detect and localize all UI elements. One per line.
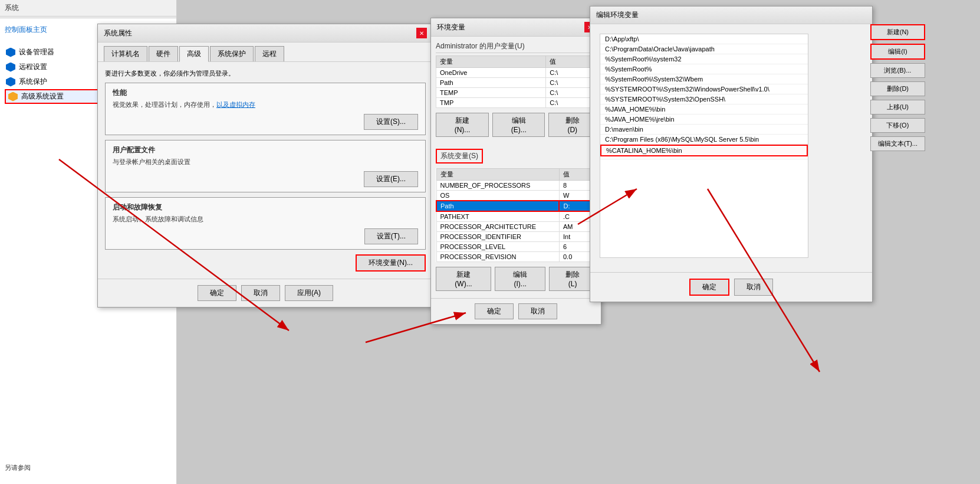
sys-props-ok-button[interactable]: 确定 (198, 285, 236, 301)
table-row[interactable]: OSW (436, 191, 596, 201)
edit-up-button[interactable]: 上移(U) (870, 100, 925, 115)
var-name: PROCESSOR_LEVEL (436, 242, 559, 252)
startup-desc: 系统启动、系统故障和调试信息 (113, 215, 418, 224)
perf-title: 性能 (113, 88, 418, 98)
list-item[interactable]: %JAVA_HOME%\jre\bin (600, 115, 808, 125)
col-name: 变量 (436, 56, 546, 68)
sys-edit-button[interactable]: 编辑(I)... (495, 267, 545, 291)
var-value: C:\ (546, 88, 596, 98)
env-cancel-button[interactable]: 取消 (518, 303, 557, 319)
list-item[interactable]: %SystemRoot% (600, 64, 808, 74)
var-name: PROCESSOR_ARCHITECTURE (436, 222, 559, 232)
user-profile-section: 用户配置文件 与登录帐户相关的桌面设置 设置(E)... (105, 140, 426, 192)
list-item[interactable]: C:\ProgramData\Oracle\Java\javapath (600, 44, 808, 54)
list-item[interactable]: %SYSTEMROOT%\System32\WindowsPowerShell\… (600, 84, 808, 94)
table-row[interactable]: PROCESSOR_REVISION0.0 (436, 252, 596, 262)
sys-vars-title: 系统变量(S) (436, 149, 483, 163)
sidebar-label: 高级系统设置 (21, 91, 64, 102)
edit-env-title: 编辑环境变量 (596, 10, 639, 20)
shield-icon (6, 77, 15, 87)
table-row[interactable]: OneDriveC:\ (436, 68, 596, 78)
edit-ok-button[interactable]: 确定 (689, 279, 729, 296)
startup-title: 启动和故障恢复 (113, 202, 418, 212)
system-properties-dialog: 系统属性 ✕ 计算机名 硬件 高级 系统保护 远程 要进行大多数更改，你必须作为… (97, 24, 433, 308)
list-item[interactable]: D:\App\xftp\ (600, 34, 808, 44)
var-name: OS (436, 191, 559, 201)
table-row[interactable]: TMPC:\ (436, 98, 596, 108)
list-item[interactable] (600, 156, 808, 159)
sidebar-label: 设备管理器 (19, 47, 54, 57)
user-delete-button[interactable]: 删除(D) (548, 113, 596, 137)
edit-right-buttons: 新建(N) 编辑(I) 浏览(B)... 删除(D) 上移(U) 下移(O) 编… (870, 24, 925, 151)
edit-env-body: D:\App\xftp\ C:\ProgramData\Oracle\Java\… (590, 24, 872, 267)
table-row[interactable]: PROCESSOR_LEVEL6 (436, 242, 596, 252)
shield-icon (6, 48, 15, 57)
also-see-label: 另请参阅 (5, 464, 31, 471)
sys-props-tabs: 计算机名 硬件 高级 系统保护 远程 (98, 42, 433, 61)
performance-section: 性能 视觉效果，处理器计划，内存使用，以及虚拟内存 设置(S)... (105, 83, 426, 135)
edit-new-button[interactable]: 新建(N) (870, 24, 925, 40)
edit-browse-button[interactable]: 浏览(B)... (870, 63, 925, 78)
sys-props-footer: 确定 取消 应用(A) (98, 279, 433, 307)
var-name: TEMP (436, 88, 546, 98)
var-name: PROCESSOR_REVISION (436, 252, 559, 262)
edit-cancel-button[interactable]: 取消 (734, 279, 773, 296)
system-footer: 另请参阅 (5, 463, 31, 472)
env-ok-button[interactable]: 确定 (475, 303, 514, 319)
table-row[interactable]: PROCESSOR_IDENTIFIERInt (436, 232, 596, 242)
list-item[interactable]: %JAVA_HOME%\bin (600, 104, 808, 115)
col-name: 变量 (436, 169, 559, 181)
perf-desc: 视觉效果，处理器计划，内存使用，以及虚拟内存 (113, 100, 418, 109)
var-name: PATHEXT (436, 211, 559, 222)
col-value: 值 (546, 56, 596, 68)
edit-down-button[interactable]: 下移(O) (870, 118, 925, 133)
perf-settings-button[interactable]: 设置(S)... (364, 114, 418, 130)
tab-remote[interactable]: 远程 (255, 46, 284, 61)
list-item[interactable]: D:\maven\bin (600, 125, 808, 135)
startup-settings-button[interactable]: 设置(T)... (364, 228, 418, 244)
table-row[interactable]: PATHEXT.C (436, 211, 596, 222)
user-profile-settings-button[interactable]: 设置(E)... (364, 171, 418, 187)
sys-props-apply-button[interactable]: 应用(A) (285, 285, 333, 301)
warning-text: 要进行大多数更改，你必须作为管理员登录。 (105, 69, 426, 78)
tab-advanced[interactable]: 高级 (179, 46, 209, 62)
table-row-path[interactable]: Path D: (436, 201, 596, 211)
sys-new-button[interactable]: 新建(W)... (436, 267, 491, 291)
table-row[interactable]: TEMPC:\ (436, 88, 596, 98)
shield-icon (6, 63, 15, 72)
user-new-button[interactable]: 新建(N)... (436, 113, 489, 137)
env-vars-footer: 确定 取消 (431, 298, 601, 324)
edit-text-button[interactable]: 编辑文本(T)... (870, 136, 925, 151)
sys-props-title: 系统属性 (104, 28, 132, 38)
env-vars-button[interactable]: 环境变量(N)... (356, 254, 426, 272)
user-vars-section: Administrator 的用户变量(U) 变量 值 OneDriveC:\ … (431, 37, 601, 144)
var-value: C:\ (546, 98, 596, 108)
list-item-catalina[interactable]: %CATALINA_HOME%\bin (600, 145, 808, 156)
sys-props-title-bar: 系统属性 ✕ (98, 24, 433, 42)
list-item[interactable]: %SystemRoot%\system32 (600, 54, 808, 64)
var-name: Path (436, 201, 559, 211)
list-item[interactable]: C:\Program Files (x86)\MySQL\MySQL Serve… (600, 135, 808, 145)
table-row[interactable]: NUMBER_OF_PROCESSORS8 (436, 181, 596, 191)
tab-computer-name[interactable]: 计算机名 (104, 46, 147, 61)
system-title-bar: 系统 (0, 0, 176, 17)
list-item[interactable]: %SystemRoot%\System32\Wbem (600, 74, 808, 84)
shield-icon (8, 92, 18, 102)
edit-env-list[interactable]: D:\App\xftp\ C:\ProgramData\Oracle\Java\… (600, 34, 808, 258)
user-profile-desc: 与登录帐户相关的桌面设置 (113, 158, 418, 166)
list-item[interactable]: %SYSTEMROOT%\System32\OpenSSH\ (600, 94, 808, 104)
table-row[interactable]: PathC:\ (436, 78, 596, 88)
tab-hardware[interactable]: 硬件 (149, 46, 178, 61)
sys-vars-buttons: 新建(W)... 编辑(I)... 删除(L) (436, 264, 596, 293)
edit-delete-button[interactable]: 删除(D) (870, 81, 925, 96)
var-name: OneDrive (436, 68, 546, 78)
tab-system-protection[interactable]: 系统保护 (210, 46, 254, 61)
user-edit-button[interactable]: 编辑(E)... (492, 113, 545, 137)
edit-edit-button[interactable]: 编辑(I) (870, 44, 925, 60)
user-profile-title: 用户配置文件 (113, 145, 418, 155)
sys-props-cancel-button[interactable]: 取消 (241, 285, 280, 301)
sys-props-close-button[interactable]: ✕ (416, 28, 427, 38)
env-vars-title: 环境变量 (437, 22, 465, 32)
user-vars-buttons: 新建(N)... 编辑(E)... 删除(D) (436, 110, 596, 139)
table-row[interactable]: PROCESSOR_ARCHITECTUREAM (436, 222, 596, 232)
